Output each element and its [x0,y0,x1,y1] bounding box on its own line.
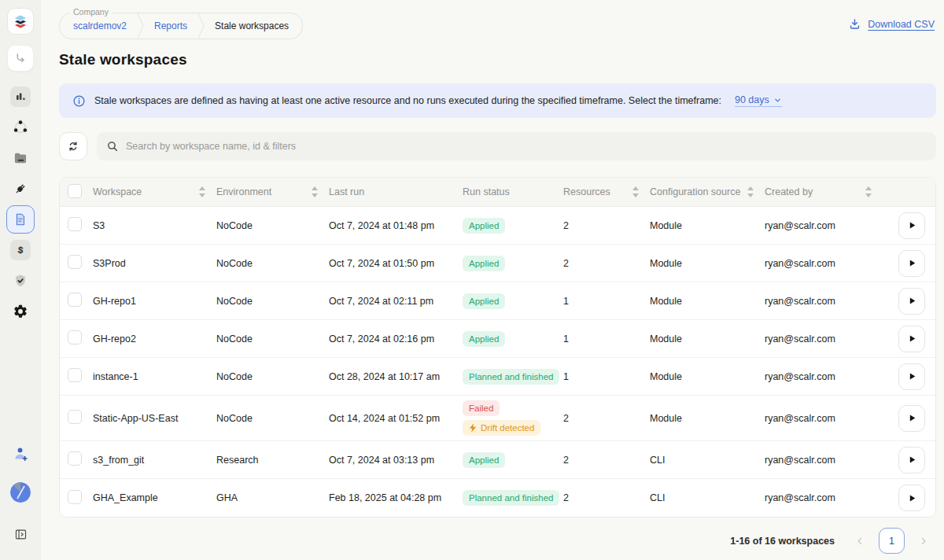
column-header-environment[interactable]: Environment [216,186,329,197]
timeframe-dropdown[interactable]: 90 days [735,94,782,107]
sidebar-collapse-button[interactable] [6,520,35,548]
sidebar-item-settings[interactable] [6,297,35,326]
sidebar-item-integrations[interactable] [6,175,35,203]
chevron-down-icon [773,96,782,105]
resources-count: 2 [563,413,650,424]
column-header-created-by[interactable]: Created by [765,186,883,197]
column-header-configuration-source[interactable]: Configuration source [650,186,765,197]
row-checkbox[interactable] [68,451,82,466]
configuration-source: Module [650,258,765,269]
run-button[interactable] [898,250,925,277]
run-button[interactable] [898,484,925,511]
nodes-icon [12,119,29,136]
workspace-name[interactable]: GH-repo1 [93,296,216,307]
breadcrumb-item-reports[interactable]: Reports [144,20,197,31]
workspace-name[interactable]: instance-1 [93,371,216,382]
previous-page-button[interactable] [849,530,871,552]
row-checkbox[interactable] [68,368,82,382]
sidebar-item-analytics[interactable] [6,83,35,111]
download-csv-button[interactable]: Download CSV [848,17,935,31]
run-button[interactable] [898,363,925,390]
page-number-button[interactable]: 1 [879,528,905,554]
configuration-source: CLI [650,455,765,466]
created-by: ryan@scalr.com [765,413,883,424]
user-plus-icon [12,445,29,462]
row-checkbox[interactable] [68,330,82,344]
configuration-source: Module [650,371,765,382]
sidebar-item-projects[interactable] [6,144,35,172]
created-by: ryan@scalr.com [765,333,883,344]
chevron-separator-icon [137,13,144,39]
chevron-right-icon [919,536,928,546]
run-button[interactable] [898,212,925,239]
run-button[interactable] [898,326,925,352]
environment-name: NoCode [216,220,329,231]
refresh-button[interactable] [59,132,87,160]
workspace-name[interactable]: GH-repo2 [93,333,216,344]
play-icon [907,493,917,503]
row-checkbox[interactable] [68,255,82,269]
sort-icon[interactable] [312,186,318,197]
search-input[interactable] [126,141,927,152]
run-button[interactable] [898,447,925,473]
run-button[interactable] [898,405,925,432]
chevron-left-icon [855,536,865,546]
workspace-name[interactable]: s3_from_git [93,455,216,466]
row-checkbox[interactable] [68,490,82,504]
workspace-name[interactable]: Static-App-US-East [93,413,216,424]
pagination: 1-16 of 16 workspaces 1 [59,528,936,554]
workspace-name[interactable]: S3 [93,220,216,231]
sidebar-item-cost[interactable]: $ [6,236,35,264]
last-run-date: Feb 18, 2025 at 04:28 pm [329,492,463,503]
breadcrumb-item-account[interactable]: scalrdemov2 [63,20,137,31]
row-checkbox[interactable] [68,410,82,424]
created-by: ryan@scalr.com [765,258,883,269]
sort-icon[interactable] [199,186,205,197]
scalr-logo [12,13,29,30]
status-badge: Failed [463,400,500,416]
resources-count: 1 [563,333,650,344]
svg-text:$: $ [17,245,24,256]
environment-name: NoCode [216,413,329,424]
gear-icon [13,304,28,319]
breadcrumb: Company scalrdemov2 Reports Stale worksp… [59,13,303,39]
table-row: GH-repo1 NoCode Oct 7, 2024 at 02:11 pm … [60,282,935,320]
resources-count: 2 [563,220,650,231]
environment-name: Research [216,455,329,466]
sort-icon[interactable] [632,186,639,197]
table-row: Static-App-US-East NoCode Oct 14, 2024 a… [60,396,935,441]
status-badge: Applied [463,293,505,309]
shield-check-icon [13,273,28,289]
select-all-checkbox[interactable] [68,184,82,198]
scalr-logo-button[interactable] [7,8,34,35]
created-by: ryan@scalr.com [765,492,883,503]
next-page-button[interactable] [913,530,935,552]
drift-badge: Drift detected [463,420,540,436]
play-icon [907,258,917,268]
sidebar-item-compliance[interactable] [6,267,35,295]
environment-name: NoCode [216,333,329,344]
play-icon [907,371,917,381]
sidebar-return-button[interactable] [7,45,34,72]
run-button[interactable] [898,288,925,315]
workspace-name[interactable]: GHA_Example [93,492,216,503]
bar-chart-icon [10,87,31,107]
column-header-last-run: Last run [329,186,463,197]
row-checkbox[interactable] [68,293,82,307]
configuration-source: CLI [650,492,765,503]
play-icon [907,296,917,306]
column-header-resources[interactable]: Resources [563,186,650,197]
workspace-name[interactable]: S3Prod [93,258,216,269]
status-badge: Planned and finished [463,490,559,506]
sort-icon[interactable] [747,186,754,197]
sidebar-item-environments[interactable] [6,113,35,142]
column-header-workspace[interactable]: Workspace [93,186,216,197]
sidebar-item-reports[interactable] [6,205,35,234]
configuration-source: Module [650,220,765,231]
toolbar [59,132,936,160]
sort-icon[interactable] [865,186,872,197]
row-checkbox[interactable] [68,217,82,231]
sidebar-item-invite-user[interactable] [6,440,35,468]
search-bar [97,132,936,160]
user-avatar[interactable] [6,478,35,507]
